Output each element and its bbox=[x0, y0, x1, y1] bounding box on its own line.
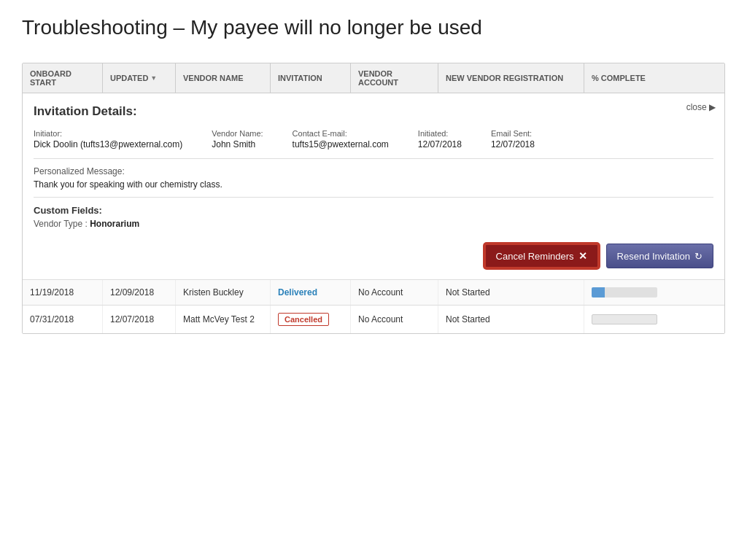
cell-updated-2: 12/07/2018 bbox=[103, 306, 176, 333]
vendor-name-label: Vendor Name: bbox=[212, 129, 263, 138]
table-row: 11/19/2018 12/09/2018 Kristen Buckley De… bbox=[23, 280, 724, 306]
custom-fields-label: Custom Fields: bbox=[34, 205, 713, 216]
cell-vendor-name-2: Matt McVey Test 2 bbox=[176, 306, 271, 333]
col-header-vendor-account: VENDOR ACCOUNT bbox=[351, 63, 438, 93]
initiator-value: Dick Doolin (tufts13@pwexternal.com) bbox=[34, 139, 182, 149]
table-header-row: ONBOARD START UPDATED ▼ VENDOR NAME INVI… bbox=[23, 63, 724, 93]
invitation-details-info-row: Initiator: Dick Doolin (tufts13@pwextern… bbox=[34, 129, 713, 149]
main-table-container: ONBOARD START UPDATED ▼ VENDOR NAME INVI… bbox=[22, 63, 725, 334]
vendor-type-row: Vendor Type : Honorarium bbox=[34, 219, 713, 229]
contact-email-field: Contact E-mail: tufts15@pwexternal.com bbox=[293, 129, 389, 149]
resend-invitation-button[interactable]: Resend Invitation ↻ bbox=[606, 244, 713, 268]
cancel-reminders-button[interactable]: Cancel Reminders ✕ bbox=[484, 244, 599, 268]
cell-progress-1 bbox=[584, 280, 672, 305]
progress-bar-fill-1 bbox=[592, 287, 605, 298]
invitation-status-delivered[interactable]: Delivered bbox=[278, 287, 317, 298]
sort-arrow-icon: ▼ bbox=[150, 74, 157, 82]
progress-bar-2 bbox=[592, 314, 657, 324]
cell-vendor-account-2: No Account bbox=[351, 306, 438, 333]
vendor-name-field: Vendor Name: John Smith bbox=[212, 129, 263, 149]
initiator-label: Initiator: bbox=[34, 129, 182, 138]
cancel-icon: ✕ bbox=[578, 250, 587, 262]
initiator-field: Initiator: Dick Doolin (tufts13@pwextern… bbox=[34, 129, 182, 149]
vendor-type-value: Honorarium bbox=[90, 219, 139, 229]
col-header-onboard-start: ONBOARD START bbox=[23, 63, 103, 93]
table-row: 07/31/2018 12/07/2018 Matt McVey Test 2 … bbox=[23, 306, 724, 333]
invitation-status-cancelled: Cancelled bbox=[278, 313, 329, 326]
cell-updated-1: 12/09/2018 bbox=[103, 280, 176, 305]
col-header-pct-complete: % COMPLETE bbox=[584, 63, 672, 93]
cell-new-vendor-reg-1: Not Started bbox=[438, 280, 584, 305]
divider-1 bbox=[34, 158, 713, 159]
divider-2 bbox=[34, 197, 713, 198]
invitation-details-title: Invitation Details: bbox=[34, 104, 713, 119]
cell-new-vendor-reg-2: Not Started bbox=[438, 306, 584, 333]
cell-invitation-1[interactable]: Delivered bbox=[271, 280, 351, 305]
cell-invitation-2: Cancelled bbox=[271, 306, 351, 333]
email-sent-label: Email Sent: bbox=[491, 129, 535, 138]
contact-email-label: Contact E-mail: bbox=[293, 129, 389, 138]
personalized-message-text: Thank you for speaking with our chemistr… bbox=[34, 179, 713, 190]
col-header-invitation: INVITATION bbox=[271, 63, 351, 93]
cell-progress-2 bbox=[584, 306, 672, 333]
contact-email-value: tufts15@pwexternal.com bbox=[293, 139, 389, 149]
personalized-message-label: Personalized Message: bbox=[34, 166, 713, 176]
vendor-name-value: John Smith bbox=[212, 139, 263, 149]
cell-onboard-start-2: 07/31/2018 bbox=[23, 306, 103, 333]
email-sent-value: 12/07/2018 bbox=[491, 139, 535, 149]
col-header-vendor-name: VENDOR NAME bbox=[176, 63, 271, 93]
close-link[interactable]: close ▶ bbox=[686, 102, 716, 112]
action-buttons-row: Cancel Reminders ✕ Resend Invitation ↻ bbox=[34, 239, 713, 268]
progress-bar-1 bbox=[592, 287, 657, 298]
cell-onboard-start-1: 11/19/2018 bbox=[23, 280, 103, 305]
email-sent-field: Email Sent: 12/07/2018 bbox=[491, 129, 535, 149]
col-header-updated[interactable]: UPDATED ▼ bbox=[103, 63, 176, 93]
cell-vendor-account-1: No Account bbox=[351, 280, 438, 305]
vendor-type-label: Vendor Type bbox=[34, 219, 82, 229]
invitation-details-panel: close ▶ Invitation Details: Initiator: D… bbox=[23, 93, 724, 280]
initiated-value: 12/07/2018 bbox=[418, 139, 462, 149]
cell-vendor-name-1: Kristen Buckley bbox=[176, 280, 271, 305]
resend-icon: ↻ bbox=[694, 251, 703, 262]
page-title: Troubleshooting – My payee will no longe… bbox=[22, 15, 725, 41]
col-header-new-vendor-registration: NEW VENDOR REGISTRATION bbox=[438, 63, 584, 93]
initiated-label: Initiated: bbox=[418, 129, 462, 138]
initiated-field: Initiated: 12/07/2018 bbox=[418, 129, 462, 149]
